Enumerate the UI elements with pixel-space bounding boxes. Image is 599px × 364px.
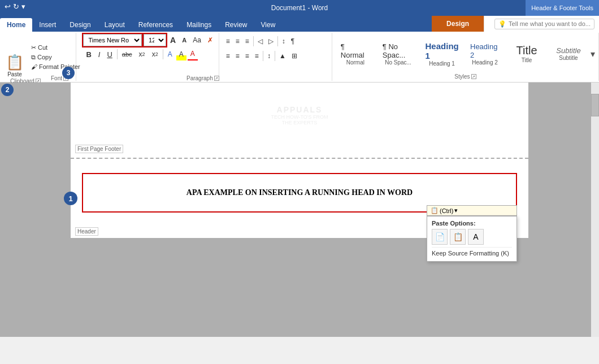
divider6	[275, 51, 275, 61]
style-subtitle-label: Subtitle	[559, 55, 578, 61]
decrease-indent[interactable]: ◁	[255, 35, 265, 47]
ctrl-dropdown-arrow: ▾	[454, 207, 458, 214]
watermark-line3: THE EXPERTS	[271, 120, 328, 125]
line-spacing-button[interactable]: ↕	[265, 50, 273, 62]
document-area: APPUALS TECH HOW-TO'S FROM THE EXPERTS F…	[0, 83, 599, 337]
tab-references[interactable]: References	[132, 18, 180, 32]
shading-button[interactable]: ▲	[277, 50, 288, 62]
show-hide-button[interactable]: ¶	[289, 35, 297, 47]
cut-button[interactable]: ✂ Cut	[29, 44, 82, 52]
redo-button[interactable]: ↻	[13, 2, 19, 11]
sort-button[interactable]: ↕	[280, 35, 288, 47]
font-row2: B I U abc x2 x2 A A A	[83, 48, 215, 60]
paste-keep-text-btn[interactable]: A	[468, 229, 484, 245]
font-shrink-button[interactable]: A	[180, 34, 189, 46]
page-footer-area: APPUALS TECH HOW-TO'S FROM THE EXPERTS F…	[71, 83, 528, 159]
tab-view[interactable]: View	[254, 18, 283, 32]
divider1	[117, 49, 118, 59]
tab-review[interactable]: Review	[218, 18, 254, 32]
tell-me-input[interactable]: 💡 Tell me what you want to do...	[494, 19, 594, 29]
superscript-button[interactable]: x2	[149, 48, 161, 60]
style-subtitle[interactable]: Subtitle Subtitle	[549, 45, 588, 63]
ctrl-button[interactable]: 📋 (Ctrl) ▾	[427, 205, 517, 216]
document-title: Document1 - Word	[271, 4, 328, 12]
paste-merge-formatting-btn[interactable]: 📋	[450, 229, 466, 245]
header-label: Header	[75, 227, 98, 236]
font-size-select[interactable]: 12	[144, 34, 166, 46]
style-no-spacing[interactable]: ¶ No Spac... No Spac...	[377, 41, 419, 67]
font-case-button[interactable]: Aa	[190, 34, 203, 46]
ctrl-label: (Ctrl)	[440, 207, 453, 214]
hf-tools-label: Header & Footer Tools	[526, 0, 599, 16]
styles-expand-button[interactable]: ▾	[591, 49, 595, 59]
multilevel-button[interactable]: ≡	[243, 35, 251, 47]
tab-layout[interactable]: Layout	[98, 18, 132, 32]
divider4	[277, 36, 278, 46]
scrollbar-thumb[interactable]	[591, 94, 599, 116]
style-normal-preview: ¶ Normal	[341, 42, 370, 59]
watermark: APPUALS TECH HOW-TO'S FROM THE EXPERTS	[271, 105, 328, 125]
increase-indent[interactable]: ▷	[266, 35, 276, 47]
styles-label: Styles ↗	[336, 73, 595, 80]
paragraph-label: Paragraph ↗	[186, 75, 219, 81]
clear-format-button[interactable]: ✗	[205, 34, 215, 46]
tell-me-placeholder: Tell me what you want to do...	[509, 20, 591, 27]
watermark-line2: TECH HOW-TO'S FROM	[271, 114, 328, 120]
header-area: 1 APA EXAMPLE ON INSERTING A RUNNING HEA…	[71, 159, 528, 238]
scissors-icon: ✂	[31, 44, 36, 51]
style-heading2[interactable]: Heading 2 Heading 2	[465, 41, 505, 67]
align-right-button[interactable]: ≡	[243, 50, 251, 62]
paste-options-popup: Paste Options: 📄 📋 A Keep Source Formatt…	[427, 216, 517, 262]
font-name-select[interactable]: Times New Ro	[83, 34, 142, 46]
paragraph-section: ≡ ≡ ≡ ◁ ▷ ↕ ¶ ≡ ≡ ≡ ≡ ↕ ▲ ⊞	[219, 33, 332, 81]
keep-source-formatting-option[interactable]: Keep Source Formatting (K)	[432, 247, 512, 258]
align-center-button[interactable]: ≡	[233, 50, 242, 62]
underline-button[interactable]: U	[104, 48, 115, 60]
style-subtitle-preview: Subtitle	[556, 46, 580, 55]
tab-design[interactable]: Design	[63, 18, 97, 32]
customize-quick-access[interactable]: ▾	[21, 2, 25, 11]
style-normal[interactable]: ¶ Normal Normal	[336, 41, 375, 67]
divider5	[263, 51, 263, 61]
font-row1: Times New Ro 12 A A Aa ✗	[83, 34, 215, 46]
paste-icon: 📋	[6, 54, 24, 71]
italic-button[interactable]: I	[96, 48, 103, 60]
strikethrough-button[interactable]: abc	[119, 48, 135, 60]
badge-1: 1	[64, 192, 77, 205]
ribbon-wrapper: 2 3 📋 Paste ✂ Cut ⧉ Copy	[0, 32, 599, 83]
copy-button[interactable]: ⧉ Copy	[29, 53, 82, 62]
numbering-button[interactable]: ≡	[233, 35, 242, 47]
align-left-button[interactable]: ≡	[224, 50, 232, 62]
styles-expand-icon[interactable]: ↗	[471, 74, 476, 79]
ctrl-popup: 📋 (Ctrl) ▾ Paste Options: 📄 📋 A Keep Sou…	[427, 205, 517, 262]
ribbon-tabs-row: Home Insert Design Layout References Mai…	[0, 16, 599, 32]
borders-button[interactable]: ⊞	[289, 50, 300, 62]
paste-button[interactable]: 📋 Paste	[2, 51, 27, 80]
style-title[interactable]: Title Title	[507, 42, 546, 65]
text-effect-button[interactable]: A	[165, 48, 175, 60]
tab-home[interactable]: Home	[0, 18, 32, 32]
font-grow-button[interactable]: A	[168, 34, 178, 46]
highlight-button[interactable]: A	[176, 48, 186, 60]
para-row1: ≡ ≡ ≡ ◁ ▷ ↕ ¶	[224, 34, 328, 49]
style-h1-preview: Heading 1	[426, 41, 459, 60]
badge-2: 2	[1, 84, 14, 96]
watermark-line1: APPUALS	[271, 105, 328, 114]
lightbulb-icon: 💡	[498, 20, 506, 28]
tab-design-hf[interactable]: Design	[440, 17, 476, 31]
bullets-button[interactable]: ≡	[224, 35, 232, 47]
tab-insert[interactable]: Insert	[32, 18, 63, 32]
vertical-scrollbar[interactable]	[591, 83, 599, 337]
paste-keep-source-btn[interactable]: 📄	[432, 229, 448, 245]
bold-button[interactable]: B	[83, 48, 94, 60]
undo-button[interactable]: ↩	[5, 2, 11, 11]
copy-icon: ⧉	[31, 54, 36, 61]
tell-me-area: 💡 Tell me what you want to do...	[484, 16, 599, 32]
style-heading1[interactable]: Heading 1 Heading 1	[421, 40, 463, 68]
justify-button[interactable]: ≡	[253, 50, 261, 62]
subscript-button[interactable]: x2	[136, 48, 148, 60]
font-color-button[interactable]: A	[188, 48, 198, 60]
tab-mailings[interactable]: Mailings	[180, 18, 218, 32]
format-painter-button[interactable]: 🖌 Format Painter	[29, 63, 82, 71]
paragraph-expand[interactable]: ↗	[214, 76, 219, 81]
